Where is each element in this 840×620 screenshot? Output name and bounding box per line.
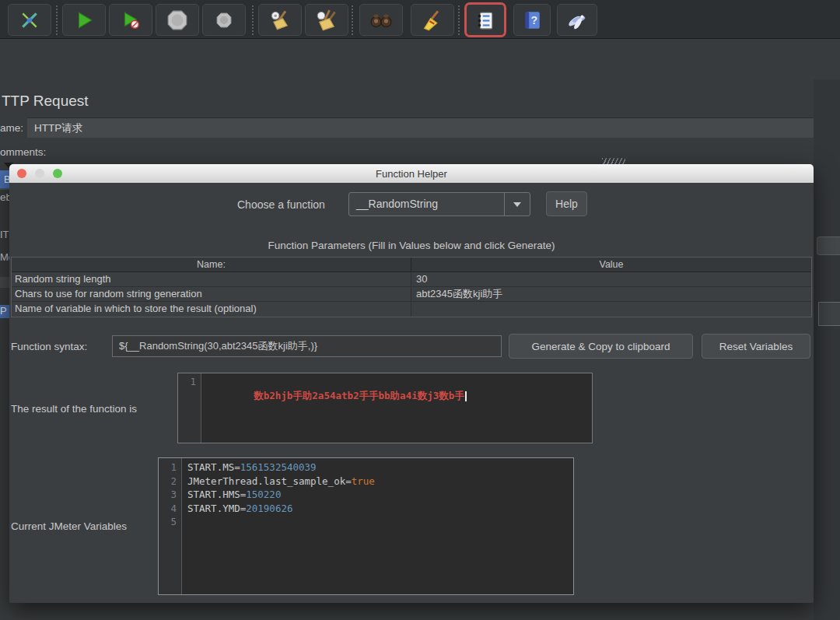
background-text-fragment: Me xyxy=(0,251,9,263)
background-field-fragment xyxy=(0,277,9,288)
help-button-label: Help xyxy=(555,198,578,210)
variables-editor-gutter: 1 2 3 4 5 xyxy=(159,458,182,594)
svg-text:?: ? xyxy=(530,14,537,26)
variable-value: 1561532540039 xyxy=(240,461,317,473)
line-number: 4 xyxy=(159,502,181,516)
param-name: Name of variable in which to store the r… xyxy=(12,302,411,317)
name-label: ame: xyxy=(0,122,23,134)
result-value: 数b2hjb手助2a54atb2手手bb助a4i数j3数b手 xyxy=(254,390,464,401)
table-row: Chars to use for random string generatio… xyxy=(12,287,811,302)
reset-variables-label: Reset Variables xyxy=(719,341,793,352)
variable-line: START.HMS=150220 xyxy=(187,488,281,502)
result-line: 数b2hjb手助2a54atb2手手bb助a4i数j3数b手 xyxy=(207,375,467,416)
line-number: 2 xyxy=(159,475,181,489)
toolbar: ? xyxy=(0,0,840,39)
dialog-titlebar[interactable]: Function Helper xyxy=(9,164,814,183)
start-no-pauses-button[interactable] xyxy=(109,4,152,36)
variable-line: START.YMD=20190626 xyxy=(187,502,292,516)
shutdown-icon xyxy=(215,11,233,30)
table-header-row: Name: Value xyxy=(12,257,811,272)
clear-all-button[interactable] xyxy=(305,4,348,36)
chevron-down-icon xyxy=(513,202,521,207)
variable-key: START.HMS= xyxy=(187,489,246,500)
clear-all-icon xyxy=(316,9,338,31)
comments-label: omments: xyxy=(0,146,46,158)
binoculars-icon xyxy=(369,10,393,30)
choose-function-label: Choose a function xyxy=(237,198,325,211)
clear-button[interactable] xyxy=(258,4,302,36)
function-select[interactable]: __RandomString xyxy=(348,192,530,216)
line-number: 1 xyxy=(159,461,181,475)
result-editor-gutter: 1 xyxy=(178,373,201,443)
toolbar-separator xyxy=(352,5,353,35)
page-title: TTP Request xyxy=(2,93,89,110)
start-button[interactable] xyxy=(62,4,106,36)
param-name: Random string length xyxy=(12,272,411,286)
maximize-icon[interactable] xyxy=(53,169,62,178)
dropdown-arrow-button[interactable] xyxy=(504,193,530,215)
variables-editor[interactable]: 1 2 3 4 5 START.MS=1561532540039 JMeterT… xyxy=(158,457,574,595)
column-header-value: Value xyxy=(411,257,811,271)
variable-value: 150220 xyxy=(246,489,281,500)
feather-icon xyxy=(566,10,588,30)
text-cursor xyxy=(465,391,467,401)
yellow-broom-icon xyxy=(422,9,443,31)
line-number: 1 xyxy=(178,373,201,389)
function-helper-dialog: Function Helper Choose a function __Rand… xyxy=(9,164,814,603)
variable-value: true xyxy=(352,475,375,487)
help-button-toolbar[interactable]: ? xyxy=(513,4,551,36)
toolbar-separator xyxy=(458,5,460,35)
help-book-icon: ? xyxy=(522,10,542,30)
function-parameters-table: Name: Value Random string length 30 Char… xyxy=(11,257,812,317)
column-header-name: Name: xyxy=(12,257,411,271)
clear-icon xyxy=(269,9,291,31)
background-field-fragment xyxy=(818,302,840,326)
function-syntax-input[interactable] xyxy=(112,335,502,357)
generate-copy-label: Generate & Copy to clipboard xyxy=(532,341,670,352)
table-row: Name of variable in which to store the r… xyxy=(12,302,811,317)
background-text-fragment: IT xyxy=(0,229,9,240)
reset-variables-button[interactable]: Reset Variables xyxy=(702,334,810,359)
function-parameters-title: Function Parameters (Fill in Values belo… xyxy=(9,240,814,251)
variable-value: 20190626 xyxy=(246,503,292,514)
result-editor[interactable]: 1 数b2hjb手助2a54atb2手手bb助a4i数j3数b手 xyxy=(177,373,593,443)
feather-button[interactable] xyxy=(557,4,597,36)
generate-copy-button[interactable]: Generate & Copy to clipboard xyxy=(509,334,693,359)
cut-button[interactable] xyxy=(8,4,51,36)
minimize-icon[interactable] xyxy=(35,169,44,178)
line-number: 3 xyxy=(159,488,181,502)
param-name: Chars to use for random string generatio… xyxy=(12,287,411,301)
param-value[interactable] xyxy=(411,302,811,317)
cut-icon xyxy=(19,10,40,30)
start-no-pauses-icon xyxy=(121,10,141,30)
start-icon xyxy=(74,10,94,30)
stop-button[interactable] xyxy=(156,4,199,36)
search-button[interactable] xyxy=(359,4,403,36)
background-right-strip xyxy=(814,79,840,620)
function-helper-button[interactable] xyxy=(464,2,506,37)
table-row: Random string length 30 xyxy=(12,272,811,287)
name-input[interactable] xyxy=(27,117,840,138)
variable-key: START.YMD= xyxy=(187,503,246,514)
function-helper-icon xyxy=(475,10,495,30)
help-button[interactable]: Help xyxy=(546,191,587,216)
background-text-fragment: P xyxy=(0,305,9,318)
function-syntax-label: Function syntax: xyxy=(11,341,87,352)
variable-key: JMeterThread.last_sample_ok= xyxy=(187,475,352,487)
jmeter-window: ? TTP Request ame: omments: Basic xyxy=(0,0,840,620)
current-variables-label: Current JMeter Variables xyxy=(11,520,127,532)
param-value[interactable]: abt2345函数kji助手 xyxy=(411,287,811,301)
close-icon[interactable] xyxy=(17,169,26,178)
line-number: 5 xyxy=(159,515,181,529)
function-select-value: __RandomString xyxy=(356,193,438,215)
stop-icon xyxy=(166,9,188,31)
variable-line: JMeterThread.last_sample_ok=true xyxy=(187,475,375,489)
toolbar-separator xyxy=(252,5,254,35)
param-value[interactable]: 30 xyxy=(411,272,811,286)
dialog-title: Function Helper xyxy=(376,168,447,180)
toolbar-separator xyxy=(56,5,58,35)
shutdown-button[interactable] xyxy=(202,4,246,36)
search-reset-button[interactable] xyxy=(411,4,454,36)
result-label: The result of the function is xyxy=(11,403,137,415)
background-button-fragment xyxy=(817,236,840,255)
